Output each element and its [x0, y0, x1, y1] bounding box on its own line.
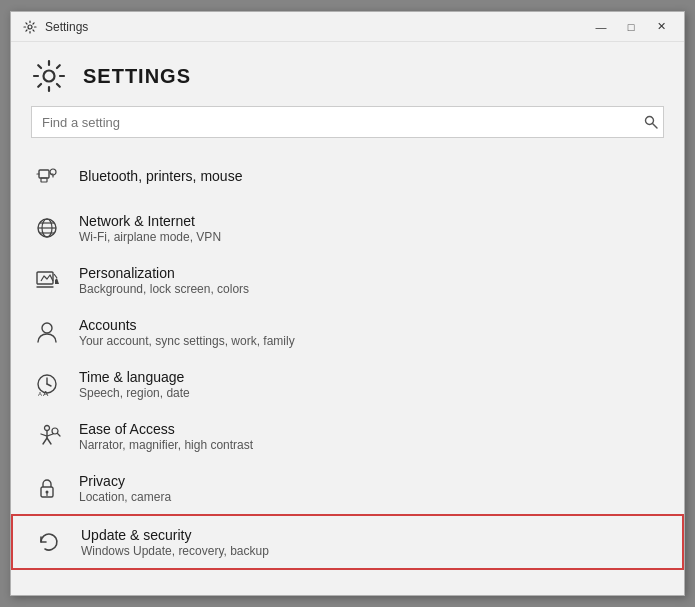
search-input[interactable] — [31, 106, 664, 138]
window-title: Settings — [45, 20, 88, 34]
svg-rect-12 — [37, 272, 53, 284]
privacy-icon — [31, 472, 63, 504]
svg-text:A: A — [43, 389, 49, 398]
bluetooth-icon — [31, 160, 63, 192]
settings-item-privacy[interactable]: Privacy Location, camera — [11, 462, 684, 514]
personalization-subtitle: Background, lock screen, colors — [79, 282, 249, 296]
update-title: Update & security — [81, 527, 269, 543]
accounts-icon — [31, 316, 63, 348]
page-title: SETTINGS — [83, 65, 191, 88]
svg-text:A: A — [38, 391, 42, 397]
settings-item-network[interactable]: Network & Internet Wi-Fi, airplane mode,… — [11, 202, 684, 254]
ease-subtitle: Narrator, magnifier, high contrast — [79, 438, 253, 452]
settings-header: SETTINGS — [11, 42, 684, 106]
update-icon — [33, 526, 65, 558]
time-subtitle: Speech, region, date — [79, 386, 190, 400]
settings-item-ease[interactable]: Ease of Access Narrator, magnifier, high… — [11, 410, 684, 462]
update-subtitle: Windows Update, recovery, backup — [81, 544, 269, 558]
svg-point-1 — [44, 71, 55, 82]
svg-rect-4 — [39, 170, 49, 178]
search-icon — [644, 115, 658, 129]
personalization-title: Personalization — [79, 265, 249, 281]
settings-item-personalization[interactable]: Personalization Background, lock screen,… — [11, 254, 684, 306]
svg-line-3 — [653, 124, 658, 129]
ease-title: Ease of Access — [79, 421, 253, 437]
title-bar-controls: — □ ✕ — [586, 12, 676, 42]
svg-line-14 — [54, 274, 57, 278]
accounts-title: Accounts — [79, 317, 295, 333]
ease-icon — [31, 420, 63, 452]
svg-line-18 — [47, 384, 51, 386]
time-title: Time & language — [79, 369, 190, 385]
settings-list: Bluetooth, printers, mouse Network — [11, 146, 684, 595]
time-icon: A A — [31, 368, 63, 400]
network-icon — [31, 212, 63, 244]
close-button[interactable]: ✕ — [646, 12, 676, 42]
settings-window: Settings — □ ✕ SETTINGS — [10, 11, 685, 596]
personalization-icon — [31, 264, 63, 296]
title-bar-left: Settings — [23, 20, 88, 34]
svg-point-15 — [42, 323, 52, 333]
maximize-button[interactable]: □ — [616, 12, 646, 42]
svg-point-0 — [28, 25, 32, 29]
svg-line-23 — [58, 434, 61, 437]
bluetooth-title: Bluetooth, printers, mouse — [79, 168, 242, 184]
settings-gear-icon — [31, 58, 67, 94]
settings-content: SETTINGS — [11, 42, 684, 595]
privacy-subtitle: Location, camera — [79, 490, 171, 504]
svg-point-21 — [45, 426, 50, 431]
accounts-subtitle: Your account, sync settings, work, famil… — [79, 334, 295, 348]
network-title: Network & Internet — [79, 213, 221, 229]
settings-item-accounts[interactable]: Accounts Your account, sync settings, wo… — [11, 306, 684, 358]
window-gear-icon — [23, 20, 37, 34]
settings-item-bluetooth[interactable]: Bluetooth, printers, mouse — [11, 150, 684, 202]
network-subtitle: Wi-Fi, airplane mode, VPN — [79, 230, 221, 244]
settings-item-update[interactable]: Update & security Windows Update, recove… — [11, 514, 684, 570]
privacy-title: Privacy — [79, 473, 171, 489]
minimize-button[interactable]: — — [586, 12, 616, 42]
title-bar: Settings — □ ✕ — [11, 12, 684, 42]
settings-item-time[interactable]: A A Time & language Speech, region, date — [11, 358, 684, 410]
search-bar — [31, 106, 664, 138]
search-button[interactable] — [644, 115, 658, 129]
